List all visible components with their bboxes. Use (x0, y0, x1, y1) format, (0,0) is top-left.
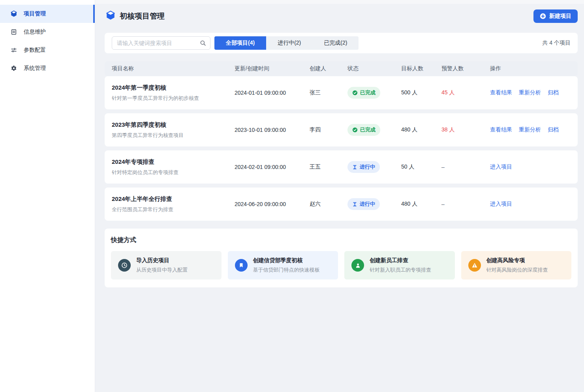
enter-project-link[interactable]: 进入项目 (490, 163, 512, 171)
project-time: 2024-01-01 09:00:00 (235, 90, 310, 96)
project-name: 2023年第四季度初核 (112, 121, 235, 129)
table-header: 项目名称 更新/创建时间 创建人 状态 目标人数 预警人数 操作 (105, 61, 578, 76)
project-name: 2024年上半年全行排查 (112, 195, 235, 203)
sidebar-item-parameter-config[interactable]: 参数配置 (0, 41, 95, 59)
table-row: 2024年第一季度初核 针对第一季度员工异常行为的初步核查 2024-01-01… (105, 76, 578, 109)
status-label: 进行中 (360, 201, 375, 208)
archive-link[interactable]: 归档 (548, 126, 559, 133)
view-results-link[interactable]: 查看结果 (490, 89, 512, 96)
shortcut-import-history[interactable]: 导入历史项目 从历史项目中导入配置 (111, 251, 222, 279)
project-creator: 赵六 (310, 201, 347, 208)
main-content: 初核项目管理 新建项目 (95, 0, 584, 392)
column-header-time: 更新/创建时间 (235, 65, 310, 72)
status-badge: 进行中 (347, 161, 380, 173)
warning-count: – (441, 164, 490, 170)
sliders-icon (10, 47, 17, 54)
page-title: 初核项目管理 (120, 11, 165, 21)
shortcut-title: 创建高风险专项 (486, 257, 548, 264)
project-description: 针对第一季度员工异常行为的初步核查 (112, 95, 235, 102)
clock-icon (118, 259, 131, 272)
tab-in-progress[interactable]: 进行中(2) (266, 36, 312, 50)
hourglass-icon (352, 202, 357, 207)
sidebar-item-label: 信息维护 (24, 28, 46, 36)
shortcuts-section: 快捷方式 导入历史项目 从历史项目中导入配置 (105, 229, 578, 287)
target-count: 50 人 (401, 163, 441, 171)
status-badge: 进行中 (347, 198, 380, 210)
status-badge: 已完成 (347, 87, 380, 99)
check-circle-icon (352, 90, 358, 96)
enter-project-link[interactable]: 进入项目 (490, 201, 512, 208)
top-strip (95, 0, 584, 4)
warning-icon (468, 259, 481, 272)
project-time: 2024-06-20 09:00:00 (235, 201, 310, 207)
column-header-creator: 创建人 (310, 65, 347, 72)
page-header: 初核项目管理 新建项目 (95, 4, 584, 28)
bookmark-icon (235, 259, 248, 272)
status-label: 已完成 (360, 89, 376, 96)
shortcuts-title: 快捷方式 (111, 236, 571, 244)
new-project-button-label: 新建项目 (549, 13, 571, 20)
status-badge: 已完成 (347, 124, 380, 136)
project-creator: 张三 (310, 89, 347, 96)
archive-link[interactable]: 归档 (548, 89, 559, 96)
table-row: 2023年第四季度初核 第四季度员工异常行为核查项目 2023-10-01 09… (105, 113, 578, 146)
check-circle-icon (352, 127, 358, 133)
hourglass-icon (352, 165, 357, 170)
sidebar-item-system-management[interactable]: 系统管理 (0, 59, 95, 77)
plus-icon (540, 13, 546, 19)
sidebar-item-project-management[interactable]: 项目管理 (0, 5, 95, 23)
sidebar: 项目管理 信息维护 参数配置 (0, 0, 95, 392)
document-icon (10, 28, 17, 36)
project-creator: 李四 (310, 126, 347, 133)
shortcut-title: 创建信贷部季度初核 (253, 257, 320, 264)
view-results-link[interactable]: 查看结果 (490, 126, 512, 133)
status-label: 进行中 (360, 163, 375, 171)
toolbar: 全部项目(4) 进行中(2) 已完成(2) 共 4 个项目 (105, 33, 578, 53)
warning-count: 45 人 (441, 89, 490, 96)
sidebar-item-label: 参数配置 (24, 47, 46, 54)
project-time: 2024-02-01 09:00:00 (235, 164, 310, 170)
column-header-name: 项目名称 (112, 65, 235, 72)
column-header-warning: 预警人数 (441, 65, 490, 72)
sidebar-item-info-maintenance[interactable]: 信息维护 (0, 23, 95, 41)
tab-completed[interactable]: 已完成(2) (312, 36, 359, 50)
status-label: 已完成 (360, 126, 376, 133)
search-input[interactable] (112, 36, 210, 50)
table-row: 2024年上半年全行排查 全行范围员工异常行为排查 2024-06-20 09:… (105, 188, 578, 221)
shortcut-description: 从历史项目中导入配置 (136, 266, 188, 274)
shortcut-title: 创建新员工排查 (370, 257, 431, 264)
target-count: 480 人 (401, 126, 441, 133)
target-count: 480 人 (401, 201, 441, 208)
project-description: 全行范围员工异常行为排查 (112, 206, 235, 213)
column-header-action: 操作 (490, 65, 571, 72)
column-header-target: 目标人数 (401, 65, 441, 72)
reanalyze-link[interactable]: 重新分析 (519, 89, 541, 96)
warning-count: – (441, 201, 490, 207)
shortcut-create-high-risk-special[interactable]: 创建高风险专项 针对高风险岗位的深度排查 (461, 251, 572, 279)
sidebar-item-label: 系统管理 (24, 65, 46, 72)
search-box (112, 36, 210, 50)
project-name: 2024年专项排查 (112, 158, 235, 166)
project-name: 2024年第一季度初核 (112, 84, 235, 92)
shortcut-title: 导入历史项目 (136, 257, 188, 264)
user-icon (351, 259, 364, 272)
project-description: 针对特定岗位员工的专项排查 (112, 169, 235, 176)
search-icon[interactable] (199, 39, 207, 47)
table-row: 2024年专项排查 针对特定岗位员工的专项排查 2024-02-01 09:00… (105, 150, 578, 184)
reanalyze-link[interactable]: 重新分析 (519, 126, 541, 133)
target-count: 500 人 (401, 89, 441, 96)
project-creator: 王五 (310, 163, 347, 171)
tab-all-projects[interactable]: 全部项目(4) (214, 36, 266, 50)
project-count: 共 4 个项目 (542, 39, 571, 47)
shortcut-create-credit-review[interactable]: 创建信贷部季度初核 基于信贷部门特点的快速模板 (228, 251, 338, 279)
sidebar-item-label: 项目管理 (24, 10, 46, 17)
project-time: 2023-10-01 09:00:00 (235, 127, 310, 133)
shortcut-create-new-employee-screening[interactable]: 创建新员工排查 针对新入职员工的专项排查 (344, 251, 455, 279)
filter-tabs: 全部项目(4) 进行中(2) 已完成(2) (214, 36, 359, 50)
warning-count: 38 人 (441, 126, 490, 133)
gear-icon (10, 65, 17, 72)
new-project-button[interactable]: 新建项目 (533, 9, 578, 23)
shortcut-description: 针对高风险岗位的深度排查 (486, 266, 548, 274)
shortcut-description: 针对新入职员工的专项排查 (370, 266, 431, 274)
project-description: 第四季度员工异常行为核查项目 (112, 132, 235, 139)
